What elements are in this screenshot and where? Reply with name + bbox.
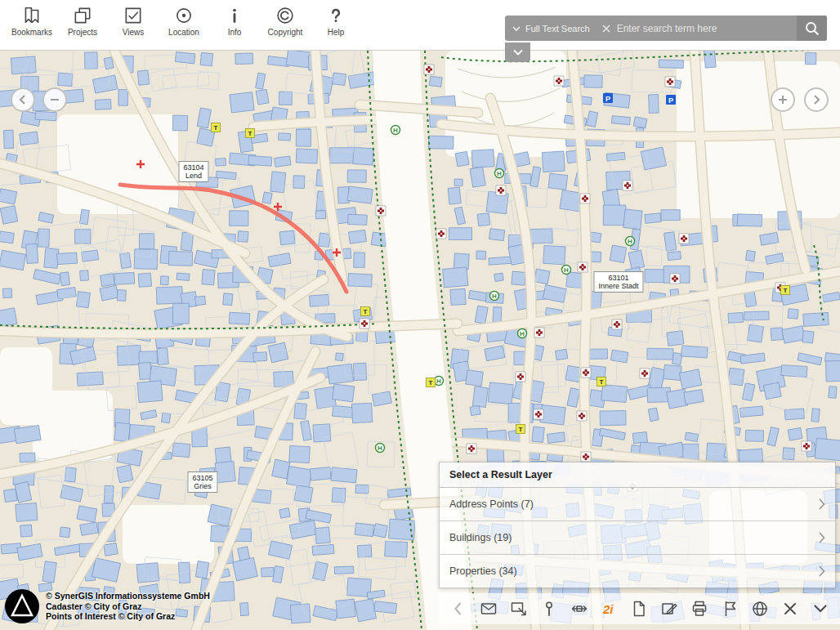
minus-icon (49, 94, 60, 105)
poi-church-icon[interactable] (516, 372, 525, 382)
toolbar-item-copyright[interactable]: Copyright (260, 5, 311, 37)
svg-text:H: H (628, 238, 632, 245)
poi-hotel-icon[interactable]: H (435, 377, 444, 386)
poi-church-icon[interactable] (802, 441, 811, 451)
poi-hotel-icon[interactable]: H (626, 237, 635, 246)
toolbar-item-label: Help (328, 28, 345, 37)
chevron-right-icon (811, 94, 822, 105)
poi-church-icon[interactable] (665, 77, 675, 87)
district-code: 63104 (183, 163, 203, 172)
poi-church-icon[interactable] (436, 229, 446, 239)
result-row-address-points[interactable]: Address Points (7) (440, 488, 835, 521)
district-code: 63101 (598, 274, 638, 282)
poi-church-icon[interactable] (640, 369, 650, 378)
poi-parking-icon[interactable]: P (603, 93, 613, 103)
poi-transit-icon[interactable]: T (427, 378, 436, 387)
poi-church-icon[interactable] (612, 319, 622, 329)
poi-hotel-icon[interactable]: H (490, 292, 499, 301)
poi-church-icon[interactable] (467, 444, 476, 454)
poi-church-icon[interactable] (554, 76, 564, 86)
toolbar-item-help[interactable]: Help (311, 5, 361, 37)
pin-button[interactable] (539, 599, 559, 619)
poi-church-icon[interactable] (623, 181, 632, 190)
chevron-right-icon (819, 498, 825, 510)
svg-text:P: P (605, 95, 610, 103)
result-row-label: Properties (34) (449, 565, 517, 577)
toolbar-item-views[interactable]: Views (108, 5, 159, 37)
poi-transit-icon[interactable]: T (212, 123, 221, 132)
toolbar-item-location[interactable]: Location (159, 5, 209, 37)
zoom-in-button[interactable] (771, 87, 795, 112)
poi-church-icon[interactable] (581, 368, 591, 378)
toolbar-item-bookmarks[interactable]: Bookmarks (7, 5, 57, 37)
search-collapse-tab[interactable] (505, 42, 530, 62)
poi-hotel-icon[interactable]: H (562, 266, 571, 275)
search-input[interactable] (615, 22, 797, 35)
location-icon (173, 5, 194, 26)
measure-icon (570, 600, 588, 618)
district-code: 63105 (192, 474, 212, 482)
zoom-out-button[interactable] (42, 87, 67, 112)
result-row-buildings[interactable]: Buildings (19) (440, 521, 835, 555)
poi-church-icon[interactable] (581, 452, 591, 462)
pan-left-button[interactable] (11, 87, 35, 112)
pan-right-button[interactable] (804, 87, 829, 112)
svg-text:H: H (436, 378, 441, 385)
poi-transit-icon[interactable]: T (516, 425, 525, 434)
toolbar-item-projects[interactable]: Projects (57, 5, 108, 37)
document-button[interactable] (629, 599, 649, 619)
poi-church-icon[interactable] (534, 328, 544, 337)
close-toolbar-button[interactable] (780, 599, 800, 619)
poi-church-icon[interactable] (496, 185, 506, 195)
document-icon (630, 600, 648, 618)
poi-hotel-icon[interactable]: H (495, 169, 504, 178)
map-tools-toolbar: 2i (439, 593, 840, 624)
map-extent-button[interactable] (509, 599, 529, 619)
poi-hotel-icon[interactable]: H (391, 126, 400, 135)
print-button[interactable] (690, 599, 709, 619)
help-icon (325, 5, 346, 26)
bookmarks-icon (21, 5, 42, 26)
poi-church-icon[interactable] (534, 409, 543, 419)
attribution-line: Points of Interest © City of Graz (46, 611, 210, 622)
district-name: Innere Stadt (598, 282, 638, 290)
poi-transit-icon[interactable]: T (246, 129, 255, 138)
result-row-label: Address Points (7) (449, 498, 534, 510)
toolbar-item-info[interactable]: Info (209, 5, 260, 37)
svg-text:2i: 2i (602, 602, 614, 616)
poi-hotel-icon[interactable]: H (518, 329, 527, 338)
poi-church-icon[interactable] (424, 65, 434, 74)
poi-church-icon[interactable] (577, 411, 587, 421)
poi-church-icon[interactable] (670, 274, 680, 284)
poi-church-icon[interactable] (679, 234, 689, 244)
poi-hotel-icon[interactable]: H (376, 444, 385, 453)
send-mail-button[interactable] (479, 599, 498, 619)
chevron-down-icon (811, 600, 829, 618)
search-button[interactable] (797, 16, 827, 41)
projects-icon (72, 5, 93, 26)
bookmark-tag-button[interactable] (720, 599, 739, 619)
poi-parking-icon[interactable]: P (666, 95, 676, 105)
poi-church-icon[interactable] (360, 319, 369, 328)
poi-transit-icon[interactable]: T (361, 307, 370, 316)
search-mode-dropdown[interactable]: Full Text Search (505, 24, 597, 34)
result-row-properties[interactable]: Properties (34) (440, 555, 835, 588)
poi-church-icon[interactable] (376, 206, 386, 216)
collapse-toolbar-button[interactable] (811, 599, 830, 619)
svg-text:T: T (429, 379, 433, 386)
poi-church-icon[interactable] (578, 262, 588, 272)
search-clear-button[interactable] (597, 25, 615, 33)
poi-church-icon[interactable] (580, 194, 590, 203)
edit-button[interactable] (659, 599, 679, 619)
poi-transit-icon[interactable]: T (781, 286, 790, 295)
poi-transit-icon[interactable]: T (597, 378, 606, 386)
tool-2i-button[interactable]: 2i (600, 599, 619, 619)
measure-button[interactable] (570, 599, 589, 619)
tools-page-left-button[interactable] (449, 599, 468, 619)
attribution-text: © SynerGIS Informationssysteme GmbH Cada… (46, 591, 210, 622)
svg-text:T: T (784, 287, 788, 294)
tool-2i-icon: 2i (601, 600, 619, 618)
globe-button[interactable] (750, 599, 770, 619)
map-attribution: © SynerGIS Informationssysteme GmbH Cada… (5, 589, 210, 623)
svg-text:H: H (520, 330, 525, 337)
